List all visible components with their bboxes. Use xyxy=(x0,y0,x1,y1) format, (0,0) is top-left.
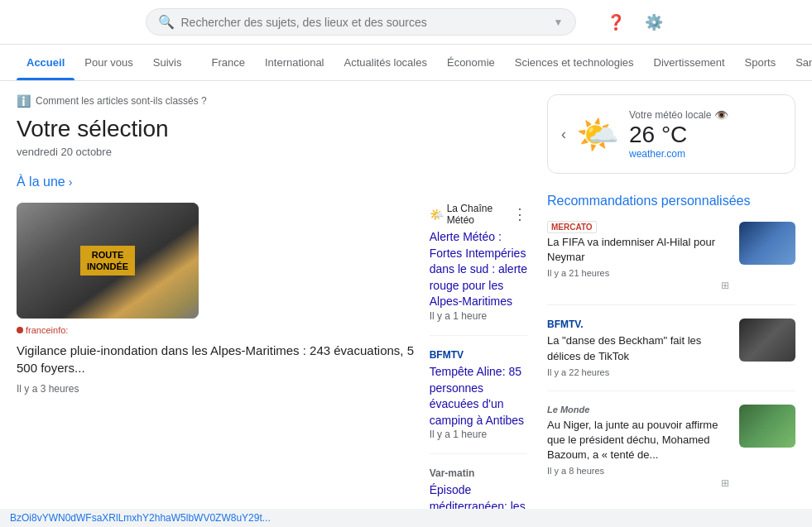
franceinfo-logo: franceinfo: xyxy=(17,325,416,335)
settings-button[interactable]: ⚙️ xyxy=(641,9,667,36)
rec-time-2: Il y a 22 heures xyxy=(547,367,729,377)
rec-footer-1: ⊞ xyxy=(547,280,729,291)
nav-item-divertissement[interactable]: Divertissement xyxy=(644,45,735,80)
weather-temp: 26 °C xyxy=(629,122,781,148)
franceinfo-source-label: franceinfo: xyxy=(26,325,68,335)
rec-title-2: La "danse des Beckham" fait les délices … xyxy=(547,333,729,363)
right-column: ‹ 🌤️ Votre météo locale 👁️ 26 °C weather… xyxy=(547,94,795,527)
chevron-right-icon: › xyxy=(69,175,73,189)
weather-prev-button[interactable]: ‹ xyxy=(561,126,566,143)
nav-item-sante[interactable]: Santé xyxy=(786,45,812,80)
sub-article-meteo-header: 🌤️ La Chaîne Météo ⋮ xyxy=(430,203,527,226)
nav-item-sciences[interactable]: Sciences et technologies xyxy=(505,45,644,80)
main-article-time: Il y a 1 heure xyxy=(430,310,527,322)
rec-source-2: BFMTV. xyxy=(547,319,729,330)
mercato-logo: MERCATO xyxy=(547,221,597,233)
nav-item-pour-vous[interactable]: Pour vous xyxy=(74,45,143,80)
expand-icon-3: ⊞ xyxy=(721,477,729,489)
rec-footer-3: ⊞ xyxy=(547,477,729,489)
nav-item-sports[interactable]: Sports xyxy=(735,45,786,80)
section-header: À la une › xyxy=(17,175,527,189)
topbar: 🔍 ▼ ❓ ⚙️ xyxy=(0,0,812,45)
main-content: ℹ️ Comment les articles sont-ils classés… xyxy=(0,81,812,527)
main-article: ROUTEINONDÉE franceinfo: Vigilance pluie… xyxy=(17,203,527,527)
varmatin-badge: Var-matin xyxy=(430,467,475,479)
rec-image-3 xyxy=(739,405,795,448)
nav-bar: Accueil Pour vous Suivis France Internat… xyxy=(0,45,812,81)
nav-item-actualites-locales[interactable]: Actualités locales xyxy=(334,45,437,80)
bfmtv-article-time: Il y a 1 heure xyxy=(430,429,527,440)
info-bar[interactable]: ℹ️ Comment les articles sont-ils classés… xyxy=(17,94,527,108)
article-image-container: ROUTEINONDÉE franceinfo: Vigilance pluie… xyxy=(17,203,416,527)
fi-dot-icon xyxy=(17,327,23,333)
search-input[interactable] xyxy=(181,16,547,29)
nav-item-economie[interactable]: Économie xyxy=(437,45,505,80)
rec-image-1 xyxy=(739,222,795,265)
main-article-image: ROUTEINONDÉE xyxy=(17,203,199,319)
meteo-emoji: 🌤️ xyxy=(430,208,444,221)
page-title: Votre sélection xyxy=(17,116,527,142)
left-column: ℹ️ Comment les articles sont-ils classés… xyxy=(17,94,527,527)
weather-source[interactable]: weather.com xyxy=(629,148,781,160)
rec-source-1: MERCATO xyxy=(547,222,729,232)
search-icon: 🔍 xyxy=(158,14,175,30)
info-icon: ℹ️ xyxy=(17,94,31,108)
nav-item-france[interactable]: France xyxy=(201,45,254,80)
chaine-meteo-logo: 🌤️ La Chaîne Météo xyxy=(430,203,512,226)
rec-time-3: Il y a 8 heures xyxy=(547,466,729,476)
nav-item-suivis[interactable]: Suivis xyxy=(143,45,192,80)
left-article-time: Il y a 3 heures xyxy=(17,383,416,395)
sub-article-bfmtv: BFMTV Tempête Aline: 85 personnes évacué… xyxy=(430,349,527,454)
search-dropdown-icon[interactable]: ▼ xyxy=(554,17,564,28)
bfmtv-logo-2: BFMTV. xyxy=(547,319,584,330)
weather-icon: 🌤️ xyxy=(576,114,619,155)
rec-item-1[interactable]: MERCATO La FIFA va indemniser Al-Hilal p… xyxy=(547,222,795,305)
bfmtv-badge: BFMTV xyxy=(430,349,464,361)
rec-source-3: Le Monde xyxy=(547,405,729,414)
status-bar: BzOi8vYWN0dWFsaXRlLmxhY2hhaW5lbWV0ZW8uY2… xyxy=(0,509,812,527)
bfmtv-header: BFMTV xyxy=(430,349,527,361)
recommendations-title: Recommandations personnalisées xyxy=(547,194,795,208)
rec-content-2: BFMTV. La "danse des Beckham" fait les d… xyxy=(547,319,729,376)
route-sign-text: ROUTEINONDÉE xyxy=(80,246,135,276)
expand-icon-1: ⊞ xyxy=(721,280,729,291)
sub-articles-container: 🌤️ La Chaîne Météo ⋮ Alerte Météo : Fort… xyxy=(430,203,527,527)
route-sign: ROUTEINONDÉE xyxy=(17,203,199,319)
rec-item-3[interactable]: Le Monde Au Niger, la junte au pouvoir a… xyxy=(547,405,795,503)
sub-article-meteo: 🌤️ La Chaîne Météo ⋮ Alerte Météo : Fort… xyxy=(430,203,527,336)
lemonde-logo: Le Monde xyxy=(547,405,589,414)
help-button[interactable]: ❓ xyxy=(603,9,629,36)
info-label: Comment les articles sont-ils classés ? xyxy=(36,95,207,107)
meteo-source-row: 🌤️ La Chaîne Météo xyxy=(430,203,512,226)
rec-time-1: Il y a 21 heures xyxy=(547,268,729,278)
rec-image-2 xyxy=(739,319,795,362)
nav-item-international[interactable]: International xyxy=(255,45,334,80)
topbar-icons: ❓ ⚙️ xyxy=(603,9,667,36)
nav-item-accueil[interactable]: Accueil xyxy=(17,45,74,80)
rec-title-3: Au Niger, la junte au pouvoir affirme qu… xyxy=(547,418,729,463)
selection-date: vendredi 20 octobre xyxy=(17,146,527,158)
bfmtv-article-title[interactable]: Tempête Aline: 85 personnes évacuées d'u… xyxy=(430,365,524,427)
rec-title-1: La FIFA va indemniser Al-Hilal pour Neym… xyxy=(547,235,729,265)
weather-info: Votre météo locale 👁️ 26 °C weather.com xyxy=(629,108,781,160)
weather-eye-icon[interactable]: 👁️ xyxy=(714,108,728,122)
rec-item-2[interactable]: BFMTV. La "danse des Beckham" fait les d… xyxy=(547,319,795,390)
search-container[interactable]: 🔍 ▼ xyxy=(146,8,576,36)
varmatin-header: Var-matin xyxy=(430,467,527,479)
left-article-title[interactable]: Vigilance pluie-inondation dans les Alpe… xyxy=(17,342,416,376)
rec-content-3: Le Monde Au Niger, la junte au pouvoir a… xyxy=(547,405,729,490)
main-article-title[interactable]: Alerte Météo : Fortes Intempéries dans l… xyxy=(430,230,527,308)
meteo-source-name: La Chaîne Météo xyxy=(447,203,512,226)
weather-card: ‹ 🌤️ Votre météo locale 👁️ 26 °C weather… xyxy=(547,94,795,174)
article-more-button[interactable]: ⋮ xyxy=(512,205,527,223)
rec-content-1: MERCATO La FIFA va indemniser Al-Hilal p… xyxy=(547,222,729,291)
alaune-link[interactable]: À la une xyxy=(17,175,65,189)
weather-label: Votre météo locale 👁️ xyxy=(629,108,781,122)
